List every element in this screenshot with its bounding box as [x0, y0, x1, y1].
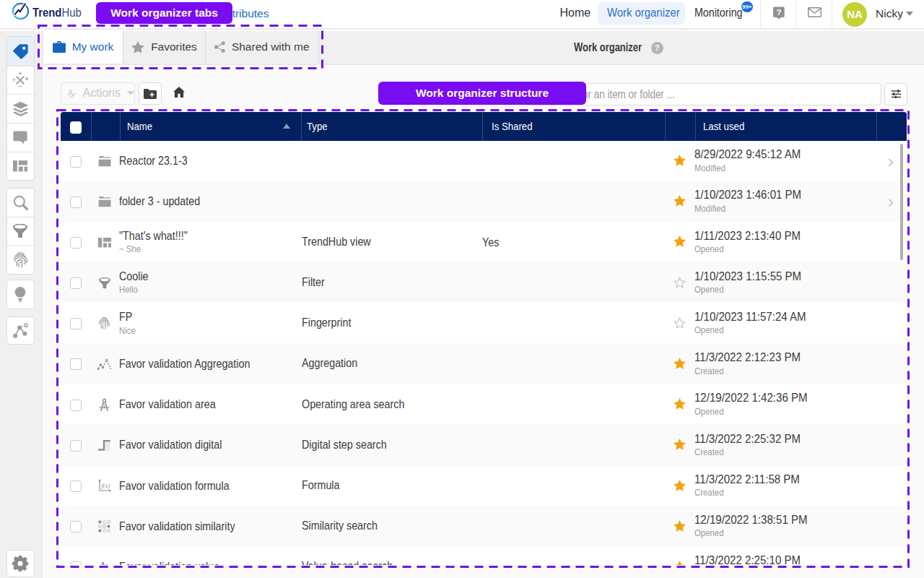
svg-text:?: ?	[776, 8, 781, 17]
svg-text:A: A	[68, 88, 74, 97]
svg-text:÷: ÷	[12, 77, 16, 84]
svg-text:*: *	[26, 77, 29, 85]
svg-text:+: +	[19, 72, 22, 77]
svg-text:−: −	[19, 82, 22, 89]
